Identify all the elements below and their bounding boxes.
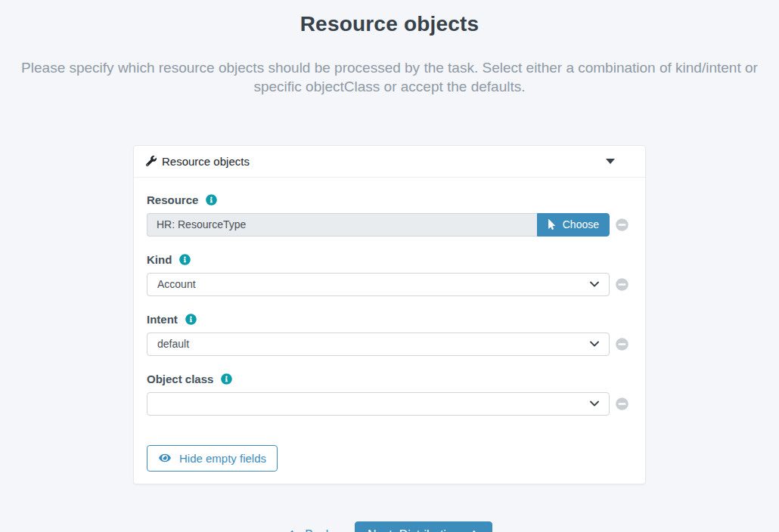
kind-label-row: Kind	[147, 253, 632, 266]
intent-field: Intent default	[147, 313, 632, 356]
kind-control-row: Account	[147, 273, 632, 296]
info-circle-icon[interactable]	[206, 194, 217, 206]
intent-label-row: Intent	[147, 313, 632, 326]
minus-circle-icon[interactable]	[616, 397, 628, 410]
resource-input-group: HR: ResourceType Choose	[147, 213, 610, 237]
object-class-select[interactable]	[147, 392, 610, 416]
info-circle-icon[interactable]	[179, 254, 191, 265]
resource-field: Resource HR: ResourceType Choose	[147, 193, 632, 237]
resource-label-row: Resource	[147, 193, 632, 206]
hide-empty-fields-button[interactable]: Hide empty fields	[147, 445, 278, 472]
intent-select[interactable]: default	[147, 332, 610, 356]
arrow-left-icon	[287, 530, 298, 532]
minus-circle-icon[interactable]	[616, 218, 628, 231]
wizard-footer: Back Next: Distribution	[0, 521, 779, 532]
back-button[interactable]: Back	[287, 528, 332, 532]
resource-control-row: HR: ResourceType Choose	[147, 213, 632, 237]
wrench-icon	[146, 156, 157, 166]
intent-selected-value: default	[157, 338, 189, 350]
info-circle-icon[interactable]	[221, 373, 232, 385]
page-subtitle: Please specify which resource objects sh…	[0, 58, 779, 97]
object-class-control-row	[147, 392, 632, 416]
object-class-field: Object class	[147, 373, 632, 416]
mouse-pointer-icon	[548, 219, 556, 230]
panel-header[interactable]: Resource objects	[134, 146, 645, 178]
choose-button[interactable]: Choose	[537, 213, 610, 237]
kind-field: Kind Account	[147, 253, 632, 296]
resource-objects-panel: Resource objects Resource HR: ResourceTy…	[133, 145, 646, 484]
resource-label: Resource	[147, 193, 198, 206]
minus-circle-icon[interactable]	[616, 278, 628, 291]
hide-empty-fields-label: Hide empty fields	[179, 452, 266, 465]
panel-title: Resource objects	[162, 155, 250, 168]
chevron-down-icon	[590, 281, 599, 287]
caret-down-icon[interactable]	[606, 159, 615, 164]
eye-icon	[158, 453, 172, 463]
panel-body: Resource HR: ResourceType Choose	[134, 178, 645, 484]
info-circle-icon[interactable]	[185, 314, 197, 325]
kind-label: Kind	[147, 253, 172, 266]
back-button-label: Back	[305, 528, 332, 532]
chevron-down-icon	[590, 341, 599, 347]
object-class-label-row: Object class	[147, 373, 632, 385]
next-button-label: Next: Distribution	[368, 528, 460, 532]
intent-control-row: default	[147, 332, 632, 356]
resource-value-input[interactable]: HR: ResourceType	[147, 213, 537, 237]
intent-label: Intent	[147, 313, 178, 326]
page-title: Resource objects	[0, 12, 779, 36]
kind-selected-value: Account	[157, 278, 196, 290]
kind-select[interactable]: Account	[147, 273, 610, 296]
minus-circle-icon[interactable]	[616, 338, 628, 351]
choose-button-label: Choose	[563, 218, 599, 230]
next-distribution-button[interactable]: Next: Distribution	[355, 521, 492, 532]
arrow-right-icon	[468, 530, 480, 532]
chevron-down-icon	[590, 401, 599, 407]
object-class-label: Object class	[147, 373, 213, 385]
